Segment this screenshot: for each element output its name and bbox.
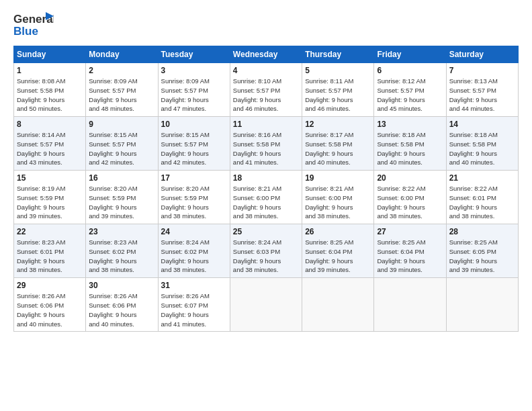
calendar-cell: 1Sunrise: 8:08 AM Sunset: 5:58 PM Daylig…: [14, 63, 86, 117]
day-number: 2: [89, 66, 154, 75]
day-number: 12: [305, 120, 371, 129]
calendar-cell: [302, 278, 374, 332]
calendar-cell: 3Sunrise: 8:09 AM Sunset: 5:57 PM Daylig…: [158, 63, 230, 117]
calendar-cell: 14Sunrise: 8:18 AM Sunset: 5:58 PM Dayli…: [446, 117, 518, 171]
day-number: 4: [233, 66, 299, 75]
day-number: 26: [305, 227, 371, 236]
day-info: Sunrise: 8:09 AM Sunset: 5:57 PM Dayligh…: [89, 77, 154, 113]
calendar-cell: 21Sunrise: 8:22 AM Sunset: 6:01 PM Dayli…: [446, 171, 518, 224]
calendar-cell: 12Sunrise: 8:17 AM Sunset: 5:58 PM Dayli…: [302, 117, 374, 171]
day-info: Sunrise: 8:26 AM Sunset: 6:06 PM Dayligh…: [89, 291, 154, 328]
day-info: Sunrise: 8:14 AM Sunset: 5:57 PM Dayligh…: [17, 130, 83, 167]
day-info: Sunrise: 8:25 AM Sunset: 6:05 PM Dayligh…: [449, 238, 515, 275]
calendar-cell: 30Sunrise: 8:26 AM Sunset: 6:06 PM Dayli…: [86, 278, 158, 332]
calendar-cell: 31Sunrise: 8:26 AM Sunset: 6:07 PM Dayli…: [158, 278, 230, 332]
day-number: 20: [377, 173, 443, 183]
calendar-week-1: 1Sunrise: 8:08 AM Sunset: 5:58 PM Daylig…: [14, 63, 519, 117]
day-number: 31: [161, 281, 227, 290]
day-info: Sunrise: 8:18 AM Sunset: 5:58 PM Dayligh…: [377, 130, 443, 167]
calendar-week-3: 15Sunrise: 8:19 AM Sunset: 5:59 PM Dayli…: [14, 171, 519, 224]
day-number: 18: [233, 173, 299, 183]
header-day-monday: Monday: [86, 46, 158, 63]
day-info: Sunrise: 8:09 AM Sunset: 5:57 PM Dayligh…: [161, 77, 227, 113]
calendar-cell: 24Sunrise: 8:24 AM Sunset: 6:02 PM Dayli…: [158, 224, 230, 278]
day-number: 13: [377, 120, 443, 129]
day-number: 22: [17, 227, 83, 236]
calendar-header-row: SundayMondayTuesdayWednesdayThursdayFrid…: [14, 46, 519, 63]
calendar-cell: 11Sunrise: 8:16 AM Sunset: 5:58 PM Dayli…: [230, 117, 302, 171]
calendar-cell: 26Sunrise: 8:25 AM Sunset: 6:04 PM Dayli…: [302, 224, 374, 278]
day-number: 9: [89, 120, 154, 129]
day-info: Sunrise: 8:15 AM Sunset: 5:57 PM Dayligh…: [161, 130, 227, 167]
calendar-cell: 29Sunrise: 8:26 AM Sunset: 6:06 PM Dayli…: [14, 278, 86, 332]
calendar-cell: [374, 278, 446, 332]
day-info: Sunrise: 8:15 AM Sunset: 5:57 PM Dayligh…: [89, 130, 154, 167]
day-number: 21: [449, 173, 515, 183]
day-info: Sunrise: 8:20 AM Sunset: 5:59 PM Dayligh…: [161, 184, 227, 221]
day-info: Sunrise: 8:21 AM Sunset: 6:00 PM Dayligh…: [305, 184, 371, 221]
day-number: 28: [449, 227, 515, 236]
day-info: Sunrise: 8:11 AM Sunset: 5:57 PM Dayligh…: [305, 77, 371, 113]
day-number: 3: [161, 66, 227, 75]
day-number: 19: [305, 173, 371, 183]
calendar-cell: 15Sunrise: 8:19 AM Sunset: 5:59 PM Dayli…: [14, 171, 86, 224]
calendar-cell: 28Sunrise: 8:25 AM Sunset: 6:05 PM Dayli…: [446, 224, 518, 278]
logo: GeneralBlue: [13, 11, 54, 39]
header-day-tuesday: Tuesday: [158, 46, 230, 63]
day-number: 14: [449, 120, 515, 129]
calendar-cell: 17Sunrise: 8:20 AM Sunset: 5:59 PM Dayli…: [158, 171, 230, 224]
day-number: 11: [233, 120, 299, 129]
day-info: Sunrise: 8:13 AM Sunset: 5:57 PM Dayligh…: [449, 77, 515, 113]
day-number: 6: [377, 66, 443, 75]
calendar-cell: [446, 278, 518, 332]
day-info: Sunrise: 8:26 AM Sunset: 6:06 PM Dayligh…: [17, 291, 83, 328]
day-number: 7: [449, 66, 515, 75]
calendar-cell: 22Sunrise: 8:23 AM Sunset: 6:01 PM Dayli…: [14, 224, 86, 278]
calendar-cell: 18Sunrise: 8:21 AM Sunset: 6:00 PM Dayli…: [230, 171, 302, 224]
calendar-cell: 10Sunrise: 8:15 AM Sunset: 5:57 PM Dayli…: [158, 117, 230, 171]
calendar-cell: 6Sunrise: 8:12 AM Sunset: 5:57 PM Daylig…: [374, 63, 446, 117]
day-info: Sunrise: 8:24 AM Sunset: 6:02 PM Dayligh…: [161, 238, 227, 275]
calendar-cell: [230, 278, 302, 332]
day-info: Sunrise: 8:26 AM Sunset: 6:07 PM Dayligh…: [161, 291, 227, 328]
day-info: Sunrise: 8:23 AM Sunset: 6:02 PM Dayligh…: [89, 238, 154, 275]
day-number: 5: [305, 66, 371, 75]
calendar-cell: 7Sunrise: 8:13 AM Sunset: 5:57 PM Daylig…: [446, 63, 518, 117]
calendar-cell: 25Sunrise: 8:24 AM Sunset: 6:03 PM Dayli…: [230, 224, 302, 278]
calendar-week-5: 29Sunrise: 8:26 AM Sunset: 6:06 PM Dayli…: [14, 278, 519, 332]
calendar-cell: 9Sunrise: 8:15 AM Sunset: 5:57 PM Daylig…: [86, 117, 158, 171]
day-info: Sunrise: 8:10 AM Sunset: 5:57 PM Dayligh…: [233, 77, 299, 113]
calendar-cell: 4Sunrise: 8:10 AM Sunset: 5:57 PM Daylig…: [230, 63, 302, 117]
day-info: Sunrise: 8:08 AM Sunset: 5:58 PM Dayligh…: [17, 77, 83, 113]
logo-svg: GeneralBlue: [13, 11, 54, 39]
day-number: 1: [17, 66, 83, 75]
day-info: Sunrise: 8:25 AM Sunset: 6:04 PM Dayligh…: [377, 238, 443, 275]
day-info: Sunrise: 8:20 AM Sunset: 5:59 PM Dayligh…: [89, 184, 154, 221]
day-number: 27: [377, 227, 443, 236]
day-info: Sunrise: 8:22 AM Sunset: 6:00 PM Dayligh…: [377, 184, 443, 221]
calendar-cell: 23Sunrise: 8:23 AM Sunset: 6:02 PM Dayli…: [86, 224, 158, 278]
header-day-friday: Friday: [374, 46, 446, 63]
day-number: 16: [89, 173, 154, 183]
calendar-table: SundayMondayTuesdayWednesdayThursdayFrid…: [13, 46, 519, 332]
page: GeneralBlue SundayMondayTuesdayWednesday…: [0, 0, 532, 411]
header: GeneralBlue: [13, 11, 519, 39]
calendar-cell: 16Sunrise: 8:20 AM Sunset: 5:59 PM Dayli…: [86, 171, 158, 224]
header-day-saturday: Saturday: [446, 46, 518, 63]
day-info: Sunrise: 8:18 AM Sunset: 5:58 PM Dayligh…: [449, 130, 515, 167]
day-info: Sunrise: 8:22 AM Sunset: 6:01 PM Dayligh…: [449, 184, 515, 221]
day-number: 23: [89, 227, 154, 236]
calendar-cell: 5Sunrise: 8:11 AM Sunset: 5:57 PM Daylig…: [302, 63, 374, 117]
day-number: 29: [17, 281, 83, 290]
day-info: Sunrise: 8:12 AM Sunset: 5:57 PM Dayligh…: [377, 77, 443, 113]
calendar-cell: 19Sunrise: 8:21 AM Sunset: 6:00 PM Dayli…: [302, 171, 374, 224]
day-info: Sunrise: 8:16 AM Sunset: 5:58 PM Dayligh…: [233, 130, 299, 167]
calendar-cell: 2Sunrise: 8:09 AM Sunset: 5:57 PM Daylig…: [86, 63, 158, 117]
day-number: 17: [161, 173, 227, 183]
calendar-cell: 8Sunrise: 8:14 AM Sunset: 5:57 PM Daylig…: [14, 117, 86, 171]
calendar-cell: 27Sunrise: 8:25 AM Sunset: 6:04 PM Dayli…: [374, 224, 446, 278]
day-info: Sunrise: 8:24 AM Sunset: 6:03 PM Dayligh…: [233, 238, 299, 275]
day-number: 24: [161, 227, 227, 236]
calendar-week-2: 8Sunrise: 8:14 AM Sunset: 5:57 PM Daylig…: [14, 117, 519, 171]
day-number: 15: [17, 173, 83, 183]
